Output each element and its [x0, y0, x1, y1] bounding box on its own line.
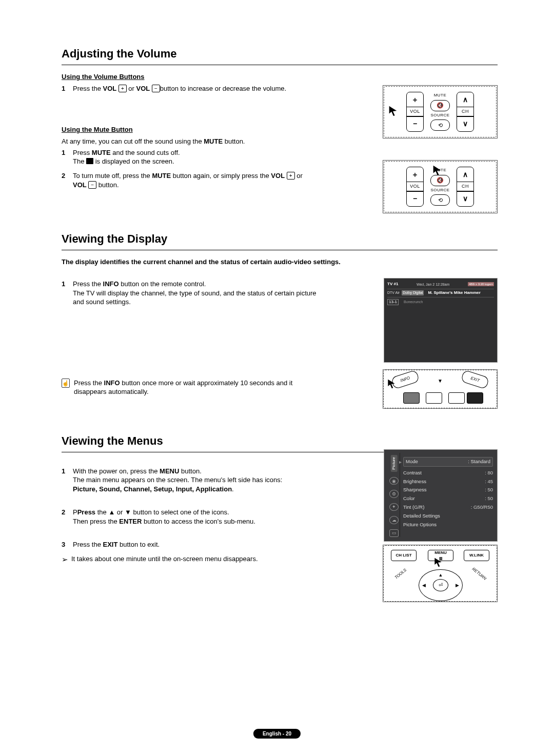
tv-info-screenshot: TV #1 Wed, Jan 2 12:28am 480i x 3:20 log… — [384, 278, 498, 363]
vol-up[interactable]: ＋ — [407, 92, 423, 107]
t: Picture, Sound, Channel, Setup, Input, A… — [73, 485, 232, 493]
t: VOL — [136, 85, 150, 92]
tv-header: TV #1 — [387, 282, 398, 287]
vol-down[interactable]: − — [407, 191, 423, 206]
cursor-icon — [387, 105, 399, 116]
t: Then press the — [73, 518, 119, 525]
ch-down[interactable]: ∨ — [457, 191, 473, 206]
color-button-dark[interactable] — [467, 392, 483, 404]
step-text: Press MUTE and the sound cuts off. The i… — [73, 148, 323, 166]
menu-row[interactable]: Contrast: 80 — [403, 469, 493, 478]
t: EXIT — [103, 541, 118, 548]
ch-down[interactable]: ∨ — [457, 116, 473, 131]
menu-icon[interactable]: ✦ — [389, 503, 399, 511]
t: Press the — [73, 280, 103, 288]
rule — [62, 65, 498, 65]
vol-rocker[interactable]: ＋ VOL − — [406, 92, 424, 131]
chlist-button[interactable]: CH LIST — [391, 550, 417, 561]
step-text: With the power on, press the MENU button… — [73, 467, 323, 494]
menu-row[interactable]: Tint (G/R): G50/R50 — [403, 503, 493, 512]
step-number: 3 — [62, 540, 73, 549]
source-button[interactable]: ⟲ — [430, 194, 450, 206]
step-number: 2 — [62, 171, 73, 189]
remote-illustration-mute: ＋ VOL − MUTE 🔇 SOURCE ⟲ ∧ CH ∨ — [383, 160, 498, 213]
t: MUTE — [204, 137, 223, 145]
vol-label: VOL — [407, 182, 423, 191]
step: 1 With the power on, press the MENU butt… — [62, 467, 323, 494]
menu-icon[interactable]: ▭ — [389, 529, 399, 537]
menu-row[interactable]: Picture Options — [403, 521, 493, 529]
note-text: Press the INFO button once more or wait … — [74, 379, 323, 396]
tip-text: It takes about one minute until the on-s… — [71, 554, 258, 564]
color-button-white[interactable] — [448, 392, 465, 404]
vol-rocker[interactable]: ＋ VOL − — [406, 167, 424, 206]
wlink-button[interactable]: W.LINK — [464, 550, 489, 561]
t: the ▲ or ▼ button to select one of the i… — [95, 508, 229, 516]
vol-plus-key: + — [287, 172, 295, 180]
tv-date: Wed, Jan 2 12:28am — [417, 282, 449, 287]
t: MUTE — [152, 172, 171, 180]
step-number: 1 — [62, 280, 73, 307]
t: At any time, you can cut off the sound u… — [62, 137, 204, 145]
t: and the sound cuts off. — [111, 149, 180, 156]
vol-minus-key: − — [88, 181, 96, 189]
ch-up[interactable]: ∧ — [457, 167, 473, 182]
menu-row-selected[interactable]: Mode : Standard — [403, 457, 493, 467]
mute-button[interactable]: 🔇 — [430, 175, 450, 186]
menu-row[interactable]: Brightness: 45 — [403, 478, 493, 486]
t: MENU — [434, 550, 447, 556]
remote-illustration-nav: CH LIST MENU ▥ W.LINK TOOLS RETURN ▲ ◀ ▶… — [383, 545, 498, 602]
step-text: Press the INFO button on the remote cont… — [73, 280, 323, 307]
t: VOL — [271, 172, 285, 180]
t: The main menu appears on the screen. The… — [73, 476, 282, 484]
menu-icon[interactable]: ⚙ — [389, 490, 399, 498]
color-button-white[interactable] — [426, 392, 442, 404]
menu-icon[interactable]: ◉ — [389, 477, 399, 485]
tv-chip: 480i x 3:20 logsm — [468, 282, 494, 286]
t: Press — [73, 149, 92, 156]
menu-row[interactable]: Detailed Settings — [403, 512, 493, 521]
t: To turn mute off, press the — [73, 172, 152, 180]
tv-dd: Dolby Digital — [402, 290, 424, 295]
mute-label: MUTE — [434, 93, 447, 98]
t: The TV will display the channel, the typ… — [73, 289, 316, 306]
cursor-icon — [433, 557, 443, 567]
t: The — [73, 157, 86, 165]
tip: ➢ It takes about one minute until the on… — [62, 554, 323, 564]
menu-icon[interactable]: ☁ — [389, 516, 399, 524]
t: . — [232, 485, 234, 493]
ch-up[interactable]: ∧ — [457, 92, 473, 107]
up-arrow-icon: ▼ — [438, 377, 443, 385]
tv-show: M. Spillane's Mike Hammer — [428, 290, 480, 296]
subhead-volume-buttons: Using the Volume Buttons — [62, 72, 498, 82]
t: button. — [96, 181, 118, 189]
tv-channel: 13-1 — [387, 299, 399, 306]
t: Press the — [73, 85, 103, 92]
menu-row[interactable]: Color: 50 — [403, 494, 493, 503]
return-label: RETURN — [470, 567, 487, 582]
tools-label: TOOLS — [394, 568, 408, 581]
remote-illustration-vol: ＋ VOL − MUTE 🔇 SOURCE ⟲ ∧ CH ∨ — [383, 85, 498, 138]
source-button[interactable]: ⟲ — [430, 120, 450, 131]
step: 1 Press MUTE and the sound cuts off. The… — [62, 148, 323, 166]
menu-list: ▸ Mode : Standard Contrast: 80 Brightnes… — [403, 453, 493, 537]
remote-illustration-info: INFO EXIT ▼ — [383, 369, 498, 409]
ch-rocker[interactable]: ∧ CH ∨ — [457, 167, 474, 206]
t: is displayed on the screen. — [93, 157, 174, 165]
ch-rocker[interactable]: ∧ CH ∨ — [457, 92, 474, 131]
dpad[interactable]: ▲ ◀ ▶ ⏎ — [419, 569, 462, 600]
step: 2 To turn mute off, press the MUTE butto… — [62, 171, 323, 189]
vol-down[interactable]: − — [407, 116, 423, 131]
vol-label: VOL — [407, 107, 423, 116]
vol-up[interactable]: ＋ — [407, 167, 423, 182]
t: INFO — [103, 280, 119, 288]
enter-button[interactable]: ⏎ — [433, 579, 448, 591]
intro-bold: The display identifies the current chann… — [62, 257, 410, 267]
mute-button[interactable]: 🔇 — [430, 100, 450, 111]
menu-row[interactable]: Sharpness: 50 — [403, 486, 493, 494]
color-button-grey[interactable] — [403, 392, 420, 404]
t: button. — [179, 467, 201, 475]
t: MENU — [160, 467, 179, 475]
exit-button[interactable]: EXIT — [461, 370, 490, 390]
t: button to access the icon's sub-menu. — [142, 518, 255, 525]
